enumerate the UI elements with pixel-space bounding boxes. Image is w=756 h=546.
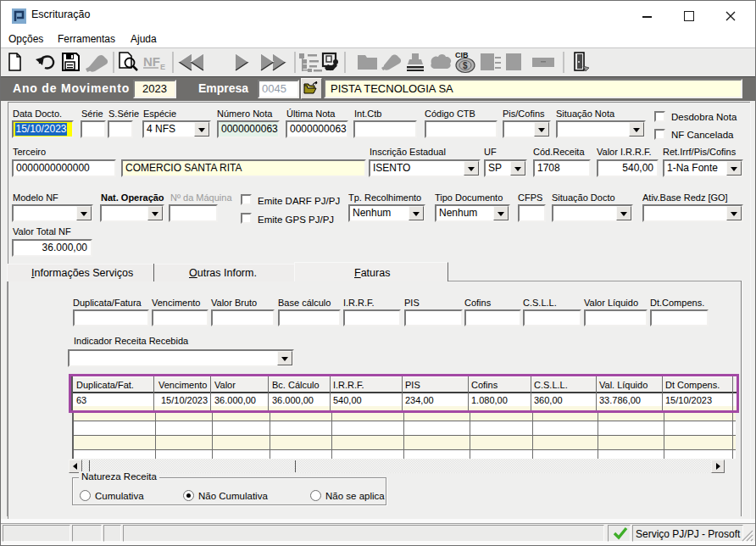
svg-text:E: E [160,63,165,71]
svg-text:NF: NF [143,54,160,69]
svg-text:$: $ [463,61,468,70]
